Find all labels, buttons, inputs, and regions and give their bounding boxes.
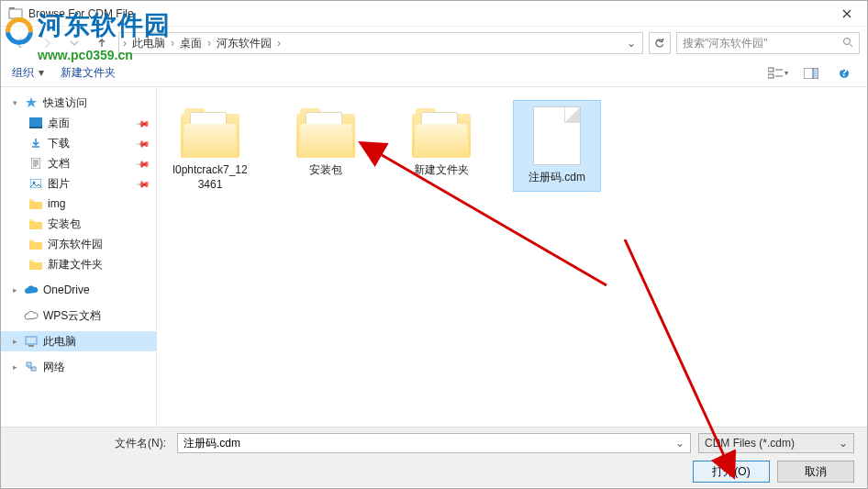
file-item-file[interactable]: 注册码.cdm (513, 100, 601, 192)
svg-rect-1 (9, 7, 15, 9)
window-title: Browse For CDM File (28, 7, 829, 20)
network-icon (24, 360, 39, 374)
file-name: 注册码.cdm (529, 171, 585, 185)
folder-icon (181, 106, 239, 158)
chevron-down-icon: ▾ (39, 66, 44, 79)
pin-icon: 📌 (136, 116, 150, 130)
search-icon (842, 37, 853, 50)
svg-point-2 (844, 38, 851, 44)
breadcrumb-seg[interactable]: 桌面 (176, 36, 206, 51)
preview-icon (804, 68, 818, 79)
refresh-icon (654, 38, 665, 49)
sidebar-item-pictures[interactable]: 图片📌 (1, 173, 156, 194)
svg-rect-3 (768, 68, 773, 72)
chevron-right-icon: › (171, 37, 174, 50)
chevron-down-icon (70, 39, 79, 48)
organize-menu[interactable]: 组织 ▾ (12, 65, 44, 81)
sidebar: ▾ 快速访问 桌面📌 下载📌 文档📌 图片📌 img 安装包 河东软件园 新建文… (1, 87, 157, 427)
star-icon (24, 95, 39, 110)
filename-input[interactable]: 注册码.cdm⌄ (177, 433, 691, 453)
sidebar-item-documents[interactable]: 文档📌 (1, 153, 156, 173)
chevron-down-icon[interactable]: ⌄ (675, 437, 684, 450)
file-item-folder[interactable]: 新建文件夹 (397, 100, 485, 184)
desktop-icon (28, 116, 43, 130)
folder-icon (28, 217, 43, 231)
svg-text:?: ? (840, 68, 847, 79)
svg-rect-15 (28, 345, 34, 347)
chevron-down-icon: ⌄ (839, 437, 848, 450)
close-button[interactable] (829, 2, 865, 26)
pin-icon: 📌 (136, 156, 150, 171)
svg-rect-4 (768, 74, 773, 78)
sidebar-onedrive[interactable]: ▸OneDrive (1, 280, 156, 300)
breadcrumb[interactable]: › 此电脑 › 桌面 › 河东软件园 › ⌄ (118, 32, 643, 54)
chevron-right-icon: › (277, 37, 281, 50)
folder-icon (28, 196, 43, 211)
cancel-button[interactable]: 取消 (777, 461, 854, 483)
breadcrumb-seg[interactable]: 此电脑 (128, 36, 169, 51)
help-button[interactable]: ? (832, 64, 856, 83)
caret-right-icon: ▸ (10, 337, 19, 346)
cloud-icon (24, 283, 39, 297)
refresh-button[interactable] (649, 32, 671, 54)
new-folder-button[interactable]: 新建文件夹 (61, 65, 116, 81)
file-name: 新建文件夹 (414, 163, 469, 178)
folder-icon (28, 237, 43, 251)
folder-icon (296, 106, 355, 158)
cloud-icon (24, 308, 39, 323)
file-name: 安装包 (309, 163, 342, 178)
folder-icon (28, 257, 43, 272)
file-name: l0phtcrack7_123461 (171, 163, 250, 192)
computer-icon (24, 334, 39, 349)
nav-forward-button[interactable] (36, 32, 58, 54)
chevron-right-icon: › (123, 37, 127, 50)
help-icon: ? (839, 68, 850, 79)
view-icon (768, 67, 785, 80)
sidebar-item-folder[interactable]: img (1, 194, 156, 214)
sidebar-item-downloads[interactable]: 下载📌 (1, 133, 156, 153)
file-item-folder[interactable]: 安装包 (282, 100, 370, 184)
preview-pane-button[interactable] (799, 64, 823, 83)
close-icon (842, 9, 851, 18)
sidebar-item-folder[interactable]: 新建文件夹 (1, 254, 156, 274)
svg-rect-16 (27, 362, 31, 366)
svg-rect-9 (29, 117, 42, 127)
sidebar-item-desktop[interactable]: 桌面📌 (1, 113, 156, 133)
svg-rect-12 (30, 179, 41, 188)
nav-up-button[interactable] (91, 32, 113, 54)
breadcrumb-seg[interactable]: 河东软件园 (213, 36, 275, 51)
svg-rect-6 (813, 68, 818, 79)
sidebar-network[interactable]: ▸网络 (1, 357, 156, 377)
picture-icon (28, 176, 43, 191)
view-mode-button[interactable]: ▾ (766, 64, 790, 83)
caret-right-icon: ▸ (10, 285, 19, 295)
sidebar-item-folder[interactable]: 安装包 (1, 214, 156, 234)
sidebar-thispc[interactable]: ▸此电脑 (1, 331, 156, 351)
svg-rect-14 (26, 337, 37, 344)
arrow-up-icon (95, 37, 108, 50)
svg-rect-10 (29, 127, 42, 128)
svg-rect-0 (9, 9, 22, 18)
search-placeholder: 搜索"河东软件园" (683, 36, 842, 51)
file-item-folder[interactable]: l0phtcrack7_123461 (166, 100, 254, 198)
arrow-right-icon (40, 37, 53, 50)
breadcrumb-dropdown[interactable]: ⌄ (624, 37, 639, 50)
pin-icon: 📌 (136, 136, 150, 150)
file-type-filter[interactable]: CDM Files (*.cdm)⌄ (698, 433, 854, 453)
file-icon (533, 106, 581, 165)
sidebar-item-folder[interactable]: 河东软件园 (1, 234, 156, 254)
app-icon (8, 6, 23, 21)
file-list[interactable]: l0phtcrack7_123461 安装包 新建文件夹 注册码.cdm (157, 87, 867, 427)
download-icon (28, 136, 43, 150)
search-input[interactable]: 搜索"河东软件园" (676, 32, 860, 54)
sidebar-wps[interactable]: WPS云文档 (1, 306, 156, 326)
sidebar-quick-access[interactable]: ▾ 快速访问 (1, 93, 156, 113)
caret-down-icon: ▾ (10, 98, 19, 107)
nav-back-button[interactable] (8, 32, 30, 54)
caret-right-icon: ▸ (10, 362, 19, 372)
filename-label: 文件名(N): (14, 436, 170, 451)
nav-recent-button[interactable] (63, 32, 85, 54)
arrow-left-icon (13, 37, 26, 50)
open-button[interactable]: 打开(O) (693, 461, 770, 483)
sidebar-item-label: 快速访问 (43, 95, 87, 111)
